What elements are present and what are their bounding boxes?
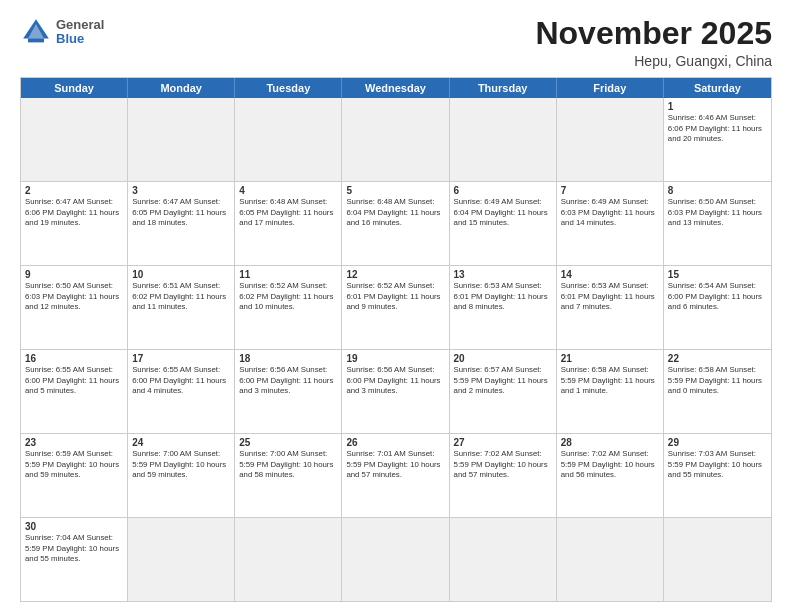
day-number: 19 xyxy=(346,353,444,364)
day-header-friday: Friday xyxy=(557,78,664,98)
day-info: Sunrise: 6:57 AM Sunset: 5:59 PM Dayligh… xyxy=(454,365,552,397)
svg-rect-2 xyxy=(28,38,44,42)
day-cell: 18Sunrise: 6:56 AM Sunset: 6:00 PM Dayli… xyxy=(235,350,342,433)
logo-general: General xyxy=(56,18,104,32)
day-number: 1 xyxy=(668,101,767,112)
day-number: 6 xyxy=(454,185,552,196)
title-block: November 2025 Hepu, Guangxi, China xyxy=(535,16,772,69)
day-cell: 3Sunrise: 6:47 AM Sunset: 6:05 PM Daylig… xyxy=(128,182,235,265)
day-cell: 1Sunrise: 6:46 AM Sunset: 6:06 PM Daylig… xyxy=(664,98,771,181)
logo-text: General Blue xyxy=(56,18,104,47)
day-header-thursday: Thursday xyxy=(450,78,557,98)
day-cell xyxy=(235,518,342,601)
day-number: 4 xyxy=(239,185,337,196)
day-cell: 6Sunrise: 6:49 AM Sunset: 6:04 PM Daylig… xyxy=(450,182,557,265)
day-number: 28 xyxy=(561,437,659,448)
day-headers: SundayMondayTuesdayWednesdayThursdayFrid… xyxy=(21,78,771,98)
day-info: Sunrise: 7:00 AM Sunset: 5:59 PM Dayligh… xyxy=(132,449,230,481)
day-info: Sunrise: 6:48 AM Sunset: 6:05 PM Dayligh… xyxy=(239,197,337,229)
day-cell: 24Sunrise: 7:00 AM Sunset: 5:59 PM Dayli… xyxy=(128,434,235,517)
week-1: 2Sunrise: 6:47 AM Sunset: 6:06 PM Daylig… xyxy=(21,181,771,265)
day-number: 25 xyxy=(239,437,337,448)
day-header-saturday: Saturday xyxy=(664,78,771,98)
day-number: 3 xyxy=(132,185,230,196)
day-cell xyxy=(342,518,449,601)
day-number: 10 xyxy=(132,269,230,280)
day-info: Sunrise: 6:49 AM Sunset: 6:03 PM Dayligh… xyxy=(561,197,659,229)
day-header-tuesday: Tuesday xyxy=(235,78,342,98)
day-info: Sunrise: 6:54 AM Sunset: 6:00 PM Dayligh… xyxy=(668,281,767,313)
day-number: 17 xyxy=(132,353,230,364)
day-info: Sunrise: 6:48 AM Sunset: 6:04 PM Dayligh… xyxy=(346,197,444,229)
day-info: Sunrise: 6:47 AM Sunset: 6:06 PM Dayligh… xyxy=(25,197,123,229)
day-number: 9 xyxy=(25,269,123,280)
day-info: Sunrise: 7:02 AM Sunset: 5:59 PM Dayligh… xyxy=(561,449,659,481)
day-info: Sunrise: 6:58 AM Sunset: 5:59 PM Dayligh… xyxy=(668,365,767,397)
day-number: 14 xyxy=(561,269,659,280)
day-info: Sunrise: 6:49 AM Sunset: 6:04 PM Dayligh… xyxy=(454,197,552,229)
day-info: Sunrise: 6:47 AM Sunset: 6:05 PM Dayligh… xyxy=(132,197,230,229)
day-cell: 10Sunrise: 6:51 AM Sunset: 6:02 PM Dayli… xyxy=(128,266,235,349)
day-number: 24 xyxy=(132,437,230,448)
week-2: 9Sunrise: 6:50 AM Sunset: 6:03 PM Daylig… xyxy=(21,265,771,349)
day-info: Sunrise: 7:01 AM Sunset: 5:59 PM Dayligh… xyxy=(346,449,444,481)
day-number: 26 xyxy=(346,437,444,448)
day-info: Sunrise: 6:58 AM Sunset: 5:59 PM Dayligh… xyxy=(561,365,659,397)
day-cell: 16Sunrise: 6:55 AM Sunset: 6:00 PM Dayli… xyxy=(21,350,128,433)
day-cell xyxy=(342,98,449,181)
day-info: Sunrise: 7:04 AM Sunset: 5:59 PM Dayligh… xyxy=(25,533,123,565)
day-number: 27 xyxy=(454,437,552,448)
day-header-sunday: Sunday xyxy=(21,78,128,98)
day-cell: 13Sunrise: 6:53 AM Sunset: 6:01 PM Dayli… xyxy=(450,266,557,349)
day-info: Sunrise: 6:53 AM Sunset: 6:01 PM Dayligh… xyxy=(561,281,659,313)
day-number: 16 xyxy=(25,353,123,364)
day-cell: 29Sunrise: 7:03 AM Sunset: 5:59 PM Dayli… xyxy=(664,434,771,517)
day-info: Sunrise: 6:56 AM Sunset: 6:00 PM Dayligh… xyxy=(239,365,337,397)
page: General Blue November 2025 Hepu, Guangxi… xyxy=(0,0,792,612)
day-cell xyxy=(235,98,342,181)
day-cell: 30Sunrise: 7:04 AM Sunset: 5:59 PM Dayli… xyxy=(21,518,128,601)
day-info: Sunrise: 6:51 AM Sunset: 6:02 PM Dayligh… xyxy=(132,281,230,313)
day-cell: 21Sunrise: 6:58 AM Sunset: 5:59 PM Dayli… xyxy=(557,350,664,433)
day-cell xyxy=(128,518,235,601)
day-info: Sunrise: 7:00 AM Sunset: 5:59 PM Dayligh… xyxy=(239,449,337,481)
day-number: 11 xyxy=(239,269,337,280)
header: General Blue November 2025 Hepu, Guangxi… xyxy=(20,16,772,69)
day-cell: 19Sunrise: 6:56 AM Sunset: 6:00 PM Dayli… xyxy=(342,350,449,433)
day-number: 29 xyxy=(668,437,767,448)
day-cell xyxy=(21,98,128,181)
day-cell: 8Sunrise: 6:50 AM Sunset: 6:03 PM Daylig… xyxy=(664,182,771,265)
day-cell: 9Sunrise: 6:50 AM Sunset: 6:03 PM Daylig… xyxy=(21,266,128,349)
day-info: Sunrise: 6:50 AM Sunset: 6:03 PM Dayligh… xyxy=(25,281,123,313)
day-header-monday: Monday xyxy=(128,78,235,98)
day-cell xyxy=(450,98,557,181)
day-cell: 22Sunrise: 6:58 AM Sunset: 5:59 PM Dayli… xyxy=(664,350,771,433)
day-cell: 17Sunrise: 6:55 AM Sunset: 6:00 PM Dayli… xyxy=(128,350,235,433)
day-info: Sunrise: 6:56 AM Sunset: 6:00 PM Dayligh… xyxy=(346,365,444,397)
day-cell xyxy=(557,518,664,601)
day-cell: 26Sunrise: 7:01 AM Sunset: 5:59 PM Dayli… xyxy=(342,434,449,517)
day-cell: 4Sunrise: 6:48 AM Sunset: 6:05 PM Daylig… xyxy=(235,182,342,265)
day-cell xyxy=(557,98,664,181)
day-cell: 23Sunrise: 6:59 AM Sunset: 5:59 PM Dayli… xyxy=(21,434,128,517)
day-number: 23 xyxy=(25,437,123,448)
day-number: 22 xyxy=(668,353,767,364)
day-info: Sunrise: 6:59 AM Sunset: 5:59 PM Dayligh… xyxy=(25,449,123,481)
day-info: Sunrise: 6:53 AM Sunset: 6:01 PM Dayligh… xyxy=(454,281,552,313)
day-cell xyxy=(128,98,235,181)
logo-blue: Blue xyxy=(56,32,104,46)
calendar: SundayMondayTuesdayWednesdayThursdayFrid… xyxy=(20,77,772,602)
day-number: 5 xyxy=(346,185,444,196)
week-3: 16Sunrise: 6:55 AM Sunset: 6:00 PM Dayli… xyxy=(21,349,771,433)
day-number: 30 xyxy=(25,521,123,532)
day-cell: 15Sunrise: 6:54 AM Sunset: 6:00 PM Dayli… xyxy=(664,266,771,349)
day-info: Sunrise: 6:46 AM Sunset: 6:06 PM Dayligh… xyxy=(668,113,767,145)
day-info: Sunrise: 6:52 AM Sunset: 6:01 PM Dayligh… xyxy=(346,281,444,313)
day-number: 21 xyxy=(561,353,659,364)
day-cell: 20Sunrise: 6:57 AM Sunset: 5:59 PM Dayli… xyxy=(450,350,557,433)
day-cell: 25Sunrise: 7:00 AM Sunset: 5:59 PM Dayli… xyxy=(235,434,342,517)
day-info: Sunrise: 6:55 AM Sunset: 6:00 PM Dayligh… xyxy=(25,365,123,397)
month-title: November 2025 xyxy=(535,16,772,51)
day-cell xyxy=(664,518,771,601)
day-cell: 14Sunrise: 6:53 AM Sunset: 6:01 PM Dayli… xyxy=(557,266,664,349)
